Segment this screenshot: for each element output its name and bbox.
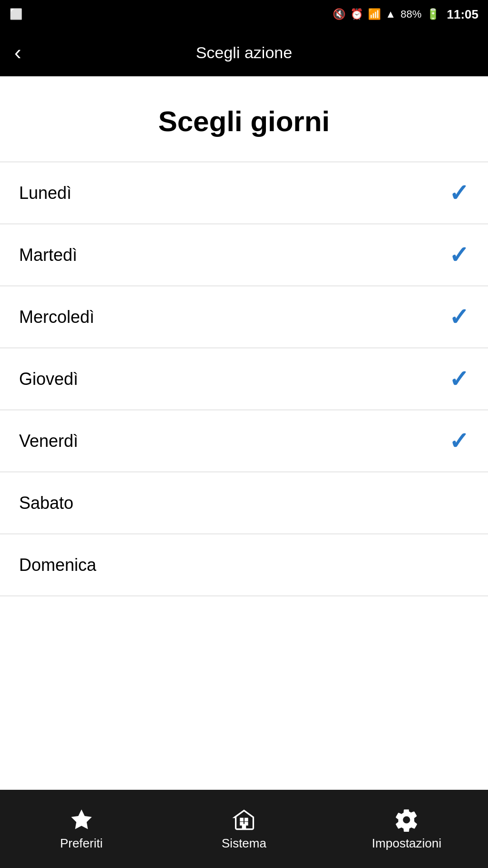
day-label-2: Mercoledì — [19, 307, 94, 327]
svg-rect-0 — [240, 817, 244, 821]
svg-rect-1 — [244, 817, 248, 821]
page-heading: Scegli giorni — [0, 76, 488, 162]
day-row-1[interactable]: Martedì✓ — [0, 224, 488, 286]
day-label-3: Giovedì — [19, 369, 78, 389]
day-label-1: Martedì — [19, 245, 77, 265]
day-row-4[interactable]: Venerdì✓ — [0, 410, 488, 472]
tab-impostazioni[interactable]: Impostazioni — [325, 807, 488, 851]
home-icon — [232, 807, 256, 832]
day-label-5: Sabato — [19, 493, 73, 513]
star-icon — [69, 807, 94, 832]
mute-icon: 🔇 — [333, 8, 346, 21]
day-row-5[interactable]: Sabato✓ — [0, 472, 488, 534]
day-check-2: ✓ — [449, 303, 469, 331]
gear-icon — [394, 807, 419, 832]
nav-title: Scegli azione — [196, 43, 292, 62]
alarm-icon: ⏰ — [350, 8, 363, 21]
signal-icon: ▲ — [386, 8, 396, 21]
day-row-3[interactable]: Giovedì✓ — [0, 348, 488, 410]
battery-icon: 🔋 — [427, 8, 439, 21]
tab-bar: Preferiti Sistema Impostazioni — [0, 790, 488, 868]
photo-icon: ⬜ — [10, 8, 22, 21]
days-list: Lunedì✓Martedì✓Mercoledì✓Giovedì✓Venerdì… — [0, 162, 488, 596]
tab-sistema-label: Sistema — [222, 836, 266, 851]
wifi-icon: 📶 — [368, 8, 381, 21]
day-check-0: ✓ — [449, 179, 469, 207]
tab-sistema[interactable]: Sistema — [163, 807, 325, 851]
status-time: 11:05 — [447, 7, 479, 22]
back-button[interactable]: ‹ — [14, 42, 21, 63]
status-right: 🔇 ⏰ 📶 ▲ 88% 🔋 11:05 — [333, 7, 478, 22]
tab-preferiti-label: Preferiti — [60, 836, 103, 851]
day-check-1: ✓ — [449, 241, 469, 269]
main-content: Scegli giorni Lunedì✓Martedì✓Mercoledì✓G… — [0, 76, 488, 790]
day-row-6[interactable]: Domenica✓ — [0, 534, 488, 596]
battery-percent: 88% — [400, 8, 421, 21]
status-bar: ⬜ 🔇 ⏰ 📶 ▲ 88% 🔋 11:05 — [0, 0, 488, 29]
day-row-0[interactable]: Lunedì✓ — [0, 162, 488, 224]
day-check-5: ✓ — [449, 489, 469, 517]
status-left: ⬜ — [10, 8, 22, 21]
day-row-2[interactable]: Mercoledì✓ — [0, 286, 488, 348]
day-check-4: ✓ — [449, 427, 469, 455]
day-label-6: Domenica — [19, 555, 96, 575]
day-label-4: Venerdì — [19, 431, 78, 451]
nav-bar: ‹ Scegli azione — [0, 29, 488, 76]
day-check-6: ✓ — [449, 551, 469, 579]
day-check-3: ✓ — [449, 365, 469, 393]
day-label-0: Lunedì — [19, 183, 71, 203]
tab-preferiti[interactable]: Preferiti — [0, 807, 163, 851]
tab-impostazioni-label: Impostazioni — [372, 836, 441, 851]
